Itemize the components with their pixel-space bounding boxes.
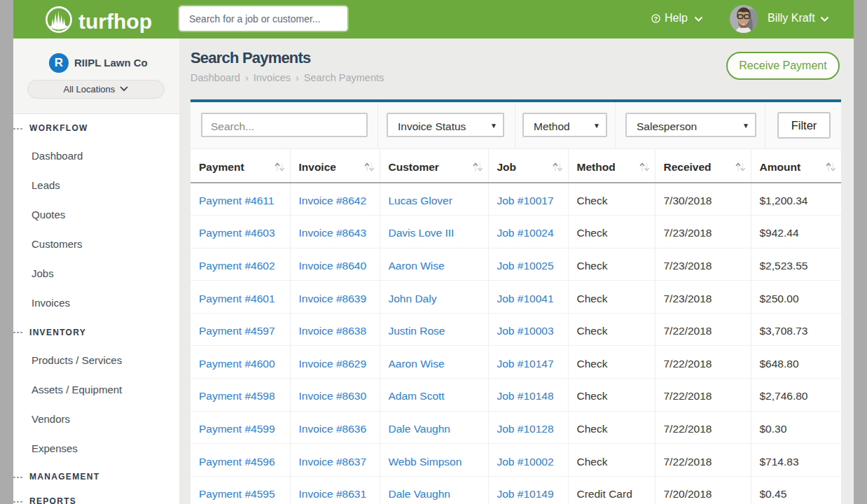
svg-text:?: ? [654, 15, 658, 22]
